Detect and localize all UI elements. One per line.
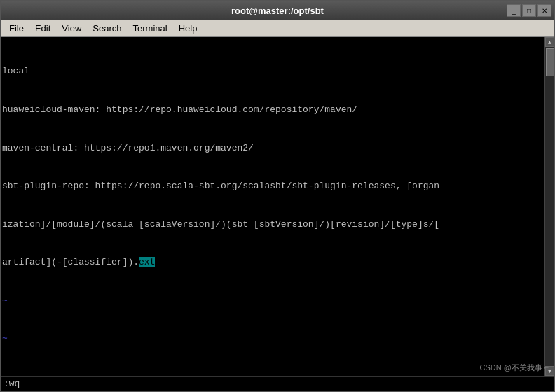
menu-bar: File Edit View Search Terminal Help [1,20,554,37]
menu-edit[interactable]: Edit [29,22,56,35]
terminal-line-4: sbt-plugin-repo: https://repo.scala-sbt.… [2,180,542,192]
menu-search[interactable]: Search [87,22,127,35]
cursor: ext [139,257,155,267]
menu-help[interactable]: Help [173,22,203,35]
menu-terminal[interactable]: Terminal [128,22,173,35]
terminal-body[interactable]: local huaweicloud-maven: https://repo.hu… [1,37,554,376]
line-before-cursor: artifact](-[classifier]). [2,257,139,267]
tilde-3: ~ [2,371,542,376]
tilde-2: ~ [2,332,542,345]
minimize-button[interactable]: _ [507,4,521,17]
status-bar: :wq [1,376,554,391]
terminal-window: root@master:/opt/sbt _ □ ✕ File Edit Vie… [0,0,555,392]
terminal-line-3: maven-central: https://repo1.maven.org/m… [2,142,542,155]
menu-file[interactable]: File [4,22,29,35]
close-button[interactable]: ✕ [537,4,551,17]
tilde-1: ~ [2,295,542,307]
window-title: root@master:/opt/sbt [231,6,324,16]
terminal-line-6: artifact](-[classifier]).ext [2,256,542,269]
terminal-line-2: huaweicloud-maven: https://repo.huaweicl… [2,104,542,116]
scrollbar-thumb[interactable] [546,48,554,76]
terminal-line-1: local [2,65,542,78]
terminal-line-5: ization]/[module]/(scala_[scalaVersion]/… [2,218,542,231]
menu-view[interactable]: View [56,22,87,35]
vim-status: :wq [4,379,20,389]
scrollbar-up-button[interactable]: ▲ [545,37,554,47]
scrollbar-down-button[interactable]: ▼ [545,366,554,376]
scrollbar-track[interactable] [545,47,554,366]
maximize-button[interactable]: □ [522,4,536,17]
title-bar: root@master:/opt/sbt _ □ ✕ [1,1,554,20]
scrollbar[interactable]: ▲ ▼ [544,37,554,376]
terminal-output[interactable]: local huaweicloud-maven: https://repo.hu… [1,37,544,376]
window-controls: _ □ ✕ [507,4,551,17]
